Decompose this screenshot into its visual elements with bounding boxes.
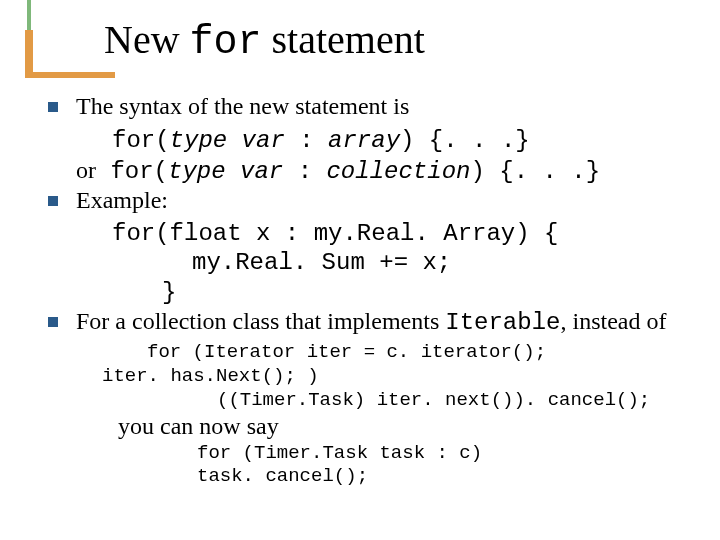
syntax-line-1: for(type var : array) {. . .} xyxy=(42,125,702,155)
s2b: type var xyxy=(168,158,298,185)
title-code: for xyxy=(190,20,262,65)
iter-pre: For a collection class that implements xyxy=(76,308,445,334)
bullet-syntax: The syntax of the new statement is xyxy=(42,92,702,121)
iter-post: , instead of xyxy=(560,308,666,334)
s1c: : xyxy=(299,127,328,154)
iter-code: Iterable xyxy=(445,309,560,336)
example-line-2: my.Real. Sum += x; xyxy=(42,248,702,277)
bullet-iterable: For a collection class that implements I… xyxy=(42,307,702,337)
slide-body: The syntax of the new statement is for(t… xyxy=(42,92,702,489)
new-code-1: for (Timer.Task task : c) xyxy=(42,442,702,466)
example-line-1: for(float x : my.Real. Array) { xyxy=(42,219,702,248)
s1e: ) {. . .} xyxy=(400,127,530,154)
s1d: array xyxy=(328,127,400,154)
s2c: : xyxy=(298,158,327,185)
s2a: for( xyxy=(96,158,168,185)
syntax-lead: The syntax of the new statement is xyxy=(76,93,409,119)
old-code-3: ((Timer.Task) iter. next()). cancel(); xyxy=(42,389,702,413)
bullet-example: Example: xyxy=(42,186,702,215)
title-pre: New xyxy=(104,17,190,62)
slide-title: New for statement xyxy=(104,16,425,65)
s1b: type var xyxy=(170,127,300,154)
old-code-2: iter. has.Next(); ) xyxy=(42,365,702,389)
you-can-say: you can now say xyxy=(42,412,702,441)
example-line-3: } xyxy=(42,278,702,307)
bullet-icon xyxy=(48,317,58,327)
bullet-icon xyxy=(48,102,58,112)
bullet-icon xyxy=(48,196,58,206)
or-text: or xyxy=(76,157,96,183)
s2d: collection xyxy=(326,158,470,185)
oc1: for (Iterator iter = c. iterator(); xyxy=(147,341,546,363)
example-lead: Example: xyxy=(76,187,168,213)
title-post: statement xyxy=(262,17,425,62)
syntax-line-2: or for(type var : collection) {. . .} xyxy=(42,156,702,186)
s2e: ) {. . .} xyxy=(470,158,600,185)
new-code-2: task. cancel(); xyxy=(42,465,702,489)
s1a: for( xyxy=(112,127,170,154)
old-code-1: for (Iterator iter = c. iterator(); xyxy=(42,341,702,365)
accent-decor xyxy=(20,0,38,78)
